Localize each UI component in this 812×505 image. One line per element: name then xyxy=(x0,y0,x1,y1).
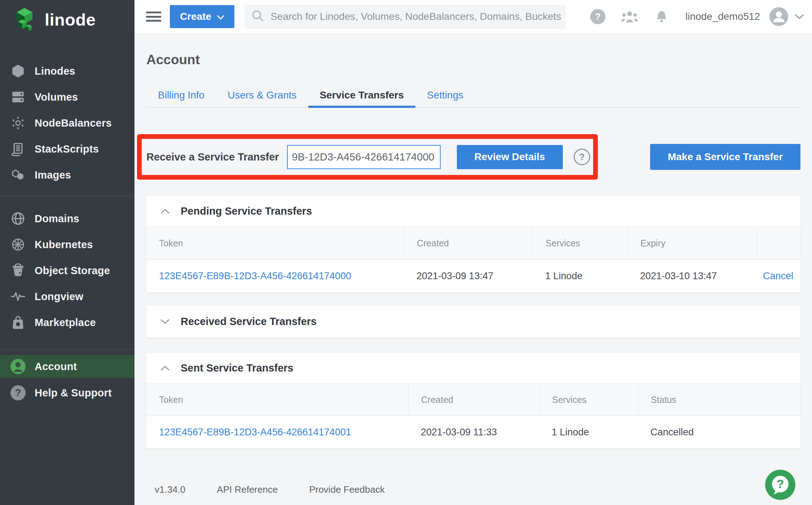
sent-table-header: Token Created Services Status xyxy=(146,383,800,416)
account-person-icon xyxy=(10,358,26,375)
pending-transfers-header[interactable]: Pending Service Transfers xyxy=(146,196,800,227)
receive-transfer-row: Receive a Service Transfer Review Detail… xyxy=(146,144,800,170)
chevron-down-icon xyxy=(217,11,224,22)
sent-transfers-card: Sent Service Transfers Token Created Ser… xyxy=(146,353,800,448)
notifications-bell-icon[interactable] xyxy=(654,9,669,24)
sidebar-item-linodes[interactable]: Linodes xyxy=(0,58,134,84)
account-tabs: Billing Info Users & Grants Service Tran… xyxy=(146,89,800,108)
pending-transfers-card: Pending Service Transfers Token Created … xyxy=(146,196,800,293)
images-icon xyxy=(10,167,26,183)
column-header-status: Status xyxy=(638,384,800,416)
sidebar-divider xyxy=(0,196,134,197)
pending-table-header: Token Created Services Expiry xyxy=(146,227,800,260)
create-button[interactable]: Create xyxy=(170,5,234,28)
sidebar-primary-nav: Linodes Volumes xyxy=(0,58,134,188)
search-icon xyxy=(251,9,265,24)
column-header-created: Created xyxy=(404,227,533,259)
api-reference-link[interactable]: API Reference xyxy=(217,484,278,495)
table-row: 123E4567-E89B-12D3-A456-426614174000 202… xyxy=(146,260,800,293)
linode-cube-icon xyxy=(10,63,26,79)
sidebar-item-kubernetes[interactable]: Kubernetes xyxy=(0,232,134,258)
user-menu-chevron-icon[interactable] xyxy=(795,14,804,19)
topbar: Create ? xyxy=(134,0,812,33)
transfer-token-input[interactable] xyxy=(287,145,441,169)
search-input[interactable] xyxy=(270,11,562,22)
created-cell: 2021-03-09 11:33 xyxy=(408,427,539,438)
column-header-token: Token xyxy=(146,227,404,259)
column-header-services: Services xyxy=(533,227,627,259)
sidebar-item-stackscripts[interactable]: StackScripts xyxy=(0,136,134,162)
sent-transfers-header[interactable]: Sent Service Transfers xyxy=(146,353,800,383)
column-header-created: Created xyxy=(408,384,539,416)
token-link[interactable]: 123E4567-E89B-12D3-A456-426614174001 xyxy=(146,427,408,438)
services-cell: 1 Linode xyxy=(539,427,638,438)
tab-billing-info[interactable]: Billing Info xyxy=(146,89,216,107)
sidebar-item-help-support[interactable]: ? Help & Support xyxy=(0,380,134,406)
marketplace-bag-icon xyxy=(10,314,26,331)
expiry-cell: 2021-03-10 13:47 xyxy=(627,271,757,282)
received-transfers-title: Received Service Transfers xyxy=(181,316,317,328)
received-transfers-card: Received Service Transfers xyxy=(146,306,800,338)
receive-transfer-label: Receive a Service Transfer xyxy=(146,151,279,163)
kubernetes-wheel-icon xyxy=(10,236,26,253)
token-help-icon[interactable]: ? xyxy=(574,149,590,165)
sidebar-divider xyxy=(0,349,134,350)
nodebalancers-icon xyxy=(10,115,26,131)
help-icon[interactable]: ? xyxy=(590,9,605,24)
received-transfers-header[interactable]: Received Service Transfers xyxy=(146,306,800,338)
sidebar-item-nodebalancers[interactable]: NodeBalancers xyxy=(0,110,134,136)
pending-transfers-title: Pending Service Transfers xyxy=(181,205,312,217)
column-header-actions xyxy=(757,227,800,259)
globe-icon xyxy=(10,210,26,227)
sidebar-item-domains[interactable]: Domains xyxy=(0,206,134,232)
version-link[interactable]: v1.34.0 xyxy=(155,484,185,495)
page-footer: v1.34.0 API Reference Provide Feedback xyxy=(146,484,800,495)
main-content: Account Billing Info Users & Grants Serv… xyxy=(134,33,812,505)
column-header-expiry: Expiry xyxy=(627,227,757,259)
chevron-up-icon xyxy=(160,208,170,214)
bucket-icon xyxy=(10,262,26,279)
tab-settings[interactable]: Settings xyxy=(415,89,475,107)
status-cell: Cancelled xyxy=(638,427,800,438)
logo-wordmark: linode xyxy=(45,10,96,30)
created-cell: 2021-03-09 13:47 xyxy=(404,271,533,282)
username[interactable]: linode_demo512 xyxy=(685,11,760,22)
sent-transfers-title: Sent Service Transfers xyxy=(181,362,294,374)
review-details-button[interactable]: Review Details xyxy=(457,145,563,169)
tab-users-grants[interactable]: Users & Grants xyxy=(216,89,308,107)
sidebar-item-volumes[interactable]: Volumes xyxy=(0,84,134,110)
sidebar-item-longview[interactable]: Longview xyxy=(0,284,134,309)
stackscripts-scroll-icon xyxy=(10,141,26,157)
services-cell: 1 Linode xyxy=(533,271,627,282)
sidebar-item-object-storage[interactable]: Object Storage xyxy=(0,258,134,284)
global-search xyxy=(244,5,565,29)
chat-question-glyph: ? xyxy=(777,477,784,491)
topbar-right-cluster: ? linode_demo512 xyxy=(590,7,804,26)
pulse-icon xyxy=(10,288,26,305)
column-header-token: Token xyxy=(146,384,408,416)
page-title: Account xyxy=(146,52,800,67)
community-icon[interactable] xyxy=(621,9,639,24)
linode-logo[interactable]: linode xyxy=(11,5,96,34)
chevron-up-icon xyxy=(160,365,170,371)
tab-service-transfers[interactable]: Service Transfers xyxy=(308,89,416,107)
chevron-down-icon xyxy=(160,319,170,324)
linode-logo-icon xyxy=(11,5,39,34)
make-service-transfer-button[interactable]: Make a Service Transfer xyxy=(650,144,800,170)
help-chat-fab[interactable]: ? xyxy=(765,470,795,500)
menu-hamburger-icon[interactable] xyxy=(146,12,161,22)
token-link[interactable]: 123E4567-E89B-12D3-A456-426614174000 xyxy=(146,271,404,282)
cancel-link[interactable]: Cancel xyxy=(763,271,793,282)
sidebar-item-account[interactable]: Account xyxy=(0,355,134,378)
sidebar-item-images[interactable]: Images xyxy=(0,162,134,188)
sidebar-item-marketplace[interactable]: Marketplace xyxy=(0,309,134,335)
provide-feedback-link[interactable]: Provide Feedback xyxy=(309,484,385,495)
sidebar: linode Linodes Volumes xyxy=(0,0,134,505)
column-header-services: Services xyxy=(539,384,638,416)
help-question-icon: ? xyxy=(10,385,26,401)
sidebar-secondary-nav: Domains Kubernetes xyxy=(0,206,134,335)
avatar[interactable] xyxy=(769,7,788,26)
volumes-icon xyxy=(10,89,26,105)
table-row: 123E4567-E89B-12D3-A456-426614174001 202… xyxy=(146,416,800,448)
